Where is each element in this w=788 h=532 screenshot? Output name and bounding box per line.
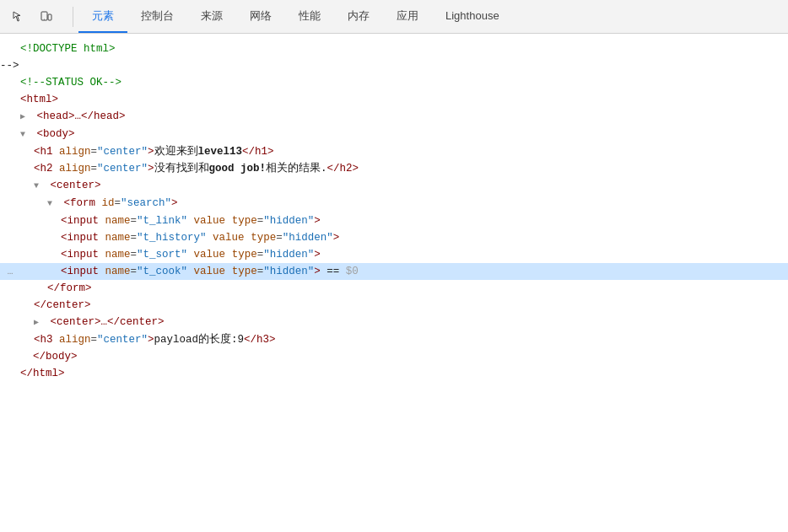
svg-rect-1 (48, 14, 51, 20)
line-content: <h1 align="center">欢迎来到level13</h1> (34, 143, 788, 160)
line-content: <input name="t_link" value type="hidden"… (61, 212, 788, 229)
line-content: <h2 align="center">没有找到和good job!相关的结果.<… (34, 160, 788, 177)
line-content: ▶ <center>…</center> (34, 314, 788, 331)
line-content: <h3 align="center">payload的长度:9</h3> (34, 331, 788, 348)
devtools-toolbar: 元素 控制台 来源 网络 性能 内存 应用 Lighthouse (0, 0, 788, 34)
tab-lighthouse[interactable]: Lighthouse (432, 0, 513, 33)
code-line: ▼ <body> (0, 126, 788, 143)
line-content: <input name="t_cook" value type="hidden"… (61, 263, 788, 280)
code-panel: <!DOCTYPE html> --> <!--STATUS OK--> <ht… (0, 34, 788, 532)
line-content: ▼ <body> (20, 126, 788, 143)
line-content: </html> (20, 365, 788, 382)
tab-application[interactable]: 应用 (383, 0, 432, 33)
toolbar-icon-group (7, 5, 57, 29)
code-line: </html> (0, 365, 788, 382)
code-line: ▶ <center>…</center> (0, 314, 788, 331)
code-line: <h1 align="center">欢迎来到level13</h1> (0, 143, 788, 160)
code-line: ▶ <head>…</head> (0, 108, 788, 126)
code-line: </form> (0, 280, 788, 297)
code-line: <input name="t_link" value type="hidden"… (0, 212, 788, 229)
code-line: <h3 align="center">payload的长度:9</h3> (0, 331, 788, 348)
line-content: </form> (47, 280, 788, 297)
toolbar-divider (73, 7, 73, 27)
device-icon (39, 10, 52, 24)
line-content: ▼ <form id="search"> (47, 195, 788, 212)
line-content: <!DOCTYPE html> (20, 40, 788, 57)
line-dots: … (0, 263, 20, 280)
svg-point-2 (44, 19, 45, 19)
inspect-element-button[interactable] (7, 5, 30, 29)
code-line-highlighted: … <input name="t_cook" value type="hidde… (0, 263, 788, 280)
tab-elements[interactable]: 元素 (78, 0, 127, 33)
line-content: <input name="t_history" value type="hidd… (61, 229, 788, 246)
tab-sources[interactable]: 来源 (187, 0, 236, 33)
code-line: </body> (0, 348, 788, 365)
inspect-icon (12, 10, 25, 24)
line-content: ▼ <center> (34, 177, 788, 195)
device-toggle-button[interactable] (34, 5, 57, 29)
code-line: <!--STATUS OK--> (0, 74, 788, 91)
tab-memory[interactable]: 内存 (334, 0, 383, 33)
tab-performance[interactable]: 性能 (285, 0, 334, 33)
devtools-tab-bar: 元素 控制台 来源 网络 性能 内存 应用 Lighthouse (78, 0, 781, 33)
code-line: ▼ <center> (0, 177, 788, 195)
code-line: </center> (0, 297, 788, 314)
line-content: <input name="t_sort" value type="hidden"… (61, 246, 788, 263)
tab-console[interactable]: 控制台 (127, 0, 187, 33)
tab-network[interactable]: 网络 (236, 0, 285, 33)
line-content: </body> (20, 348, 788, 365)
code-line: <input name="t_sort" value type="hidden"… (0, 246, 788, 263)
line-content: ▶ <head>…</head> (20, 108, 788, 126)
code-line: <h2 align="center">没有找到和good job!相关的结果.<… (0, 160, 788, 177)
code-line: <html> (0, 91, 788, 108)
code-line: <input name="t_history" value type="hidd… (0, 229, 788, 246)
code-line: <!DOCTYPE html> (0, 40, 788, 57)
line-content: </center> (34, 297, 788, 314)
line-content: <!--STATUS OK--> (20, 74, 788, 91)
code-line: ▼ <form id="search"> (0, 195, 788, 212)
line-content: <html> (20, 91, 788, 108)
